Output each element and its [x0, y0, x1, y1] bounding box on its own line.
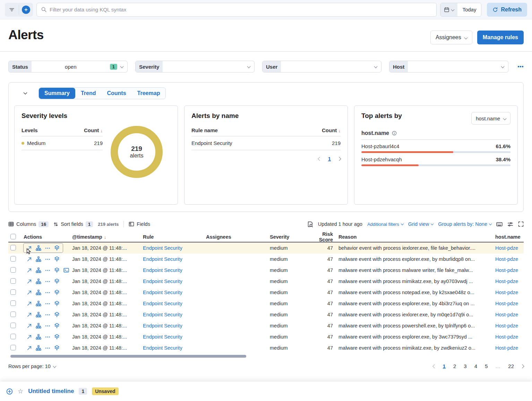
more-actions-icon[interactable] [45, 257, 50, 262]
tab-counts[interactable]: Counts [101, 88, 131, 99]
date-picker-button[interactable] [440, 3, 457, 16]
more-actions-icon[interactable] [45, 323, 50, 329]
table-row[interactable]: Jan 18, 2024 @ 11:48:... Endpoint Securi… [8, 298, 524, 309]
expand-alert-icon[interactable] [27, 257, 32, 262]
cell-rule-link[interactable]: Endpoint Security [143, 245, 206, 251]
analyzer-graph-icon[interactable] [36, 345, 41, 351]
today-button[interactable]: Today [457, 3, 481, 16]
row-checkbox[interactable] [10, 345, 16, 350]
cell-host-link[interactable]: Host-pdze [495, 323, 524, 329]
open-session-view-icon[interactable] [63, 267, 69, 273]
table-row[interactable]: Jan 18, 2024 @ 11:48:... Endpoint Securi… [8, 276, 524, 287]
timeline-title-link[interactable]: Untitled timeline [28, 388, 74, 395]
next-page-icon[interactable] [337, 157, 341, 161]
horizontal-scrollbar[interactable] [10, 355, 246, 358]
header-risk-score[interactable]: Risk Score [308, 231, 338, 242]
osquery-cube-icon[interactable] [54, 312, 60, 317]
tab-trend[interactable]: Trend [75, 88, 102, 99]
osquery-cube-icon[interactable] [54, 256, 60, 262]
expand-alert-icon[interactable] [27, 290, 32, 295]
sort-fields-button[interactable]: Sort fields 1 [53, 221, 93, 227]
expand-alert-icon[interactable] [27, 334, 32, 340]
kql-search-input[interactable] [50, 7, 432, 12]
user-filter[interactable]: User [262, 61, 381, 72]
prev-page-icon[interactable] [318, 157, 321, 161]
fields-button[interactable]: Fields [129, 221, 150, 227]
add-filter-button[interactable] [19, 3, 33, 17]
osquery-cube-icon[interactable] [54, 323, 60, 329]
cell-rule-link[interactable]: Endpoint Security [143, 256, 206, 262]
cell-rule-link[interactable]: Endpoint Security [143, 345, 206, 351]
analyzer-graph-icon[interactable] [36, 334, 41, 340]
cell-host-link[interactable]: Host-pdze [495, 245, 524, 251]
manage-rules-button[interactable]: Manage rules [477, 31, 524, 44]
analyzer-graph-icon[interactable] [36, 323, 41, 329]
expand-alert-icon[interactable] [27, 323, 32, 329]
fullscreen-button[interactable] [518, 221, 524, 227]
cell-host-link[interactable]: Host-pdze [495, 312, 524, 317]
osquery-cube-icon[interactable] [54, 290, 60, 295]
analyzer-graph-icon[interactable] [36, 301, 41, 306]
expand-alert-icon[interactable] [27, 312, 32, 317]
table-row[interactable]: Jan 18, 2024 @ 11:48:... Endpoint Securi… [8, 331, 524, 342]
table-row[interactable]: Jan 18, 2024 @ 11:48:... Endpoint Securi… [8, 265, 524, 276]
page-22-link[interactable]: 22 [508, 363, 514, 369]
cell-rule-link[interactable]: Endpoint Security [143, 334, 206, 340]
top-alerts-field-select[interactable]: host.name [471, 112, 510, 125]
severity-filter[interactable]: Severity [135, 61, 255, 72]
table-row[interactable]: Jan 18, 2024 @ 11:48:... Endpoint Securi… [8, 287, 524, 298]
assignees-button[interactable]: Assignees [430, 31, 472, 44]
header-assignees[interactable]: Assignees [206, 234, 270, 240]
table-row[interactable]: Jan 18, 2024 @ 11:48:... Endpoint Securi… [8, 342, 524, 353]
cell-host-link[interactable]: Host-pdze [495, 290, 524, 295]
more-actions-icon[interactable] [45, 312, 50, 317]
tab-summary[interactable]: Summary [39, 88, 75, 99]
row-checkbox[interactable] [10, 289, 16, 295]
table-row[interactable]: Jan 18, 2024 @ 11:48:... Endpoint Securi… [8, 254, 524, 265]
row-checkbox[interactable] [10, 245, 16, 250]
cell-rule-link[interactable]: Endpoint Security [143, 290, 206, 295]
display-options-button[interactable] [507, 221, 513, 227]
expand-alert-icon[interactable] [27, 301, 32, 306]
analyzer-graph-icon[interactable] [36, 267, 41, 273]
more-actions-icon[interactable] [45, 246, 50, 251]
cell-host-link[interactable]: Host-pdze [495, 301, 524, 306]
cell-host-link[interactable]: Host-pdze [495, 256, 524, 262]
analyzer-graph-icon[interactable] [36, 279, 41, 284]
status-filter[interactable]: Status open 1 [8, 61, 128, 72]
osquery-cube-icon[interactable] [54, 301, 60, 306]
row-checkbox[interactable] [10, 312, 16, 317]
header-severity[interactable]: Severity [270, 234, 308, 240]
cell-host-link[interactable]: Host-pdze [495, 279, 524, 284]
expand-alert-icon[interactable] [27, 279, 32, 284]
more-actions-icon[interactable] [45, 279, 50, 284]
filter-menu-button[interactable] [5, 3, 19, 17]
page-1-link[interactable]: 1 [443, 363, 446, 369]
header-host-name[interactable]: host.name [495, 234, 524, 240]
row-checkbox[interactable] [10, 256, 16, 262]
row-checkbox[interactable] [10, 267, 16, 273]
columns-button[interactable]: Columns 16 [8, 221, 49, 227]
rule-count-sort[interactable]: Count ↓ [322, 127, 341, 133]
analyzer-graph-icon[interactable] [36, 245, 41, 251]
row-checkbox[interactable] [10, 300, 16, 306]
rows-per-page-button[interactable]: Rows per page: 10 [8, 364, 56, 369]
cell-rule-link[interactable]: Endpoint Security [143, 267, 206, 273]
cell-rule-link[interactable]: Endpoint Security [143, 312, 206, 317]
next-page-icon[interactable] [520, 364, 524, 368]
table-row[interactable]: Jan 18, 2024 @ 11:48:... Endpoint Securi… [8, 320, 524, 331]
group-alerts-by-button[interactable]: Group alerts by: None [438, 221, 491, 227]
page-2-link[interactable]: 2 [453, 363, 456, 369]
add-timeline-icon[interactable] [6, 388, 13, 395]
expand-alert-icon[interactable] [27, 268, 32, 273]
more-filters-button[interactable] [517, 65, 524, 68]
cell-host-link[interactable]: Host-pdze [495, 267, 524, 273]
favorite-star-icon[interactable]: ☆ [18, 387, 23, 395]
prev-page-icon[interactable] [432, 364, 436, 368]
analyzer-graph-icon[interactable] [36, 312, 41, 317]
osquery-cube-icon[interactable] [54, 279, 60, 284]
table-row[interactable]: Jan 18, 2024 @ 11:48:... Endpoint Securi… [8, 242, 524, 254]
expand-alert-icon[interactable] [27, 345, 32, 351]
page-1-link[interactable]: 1 [328, 156, 331, 162]
more-actions-icon[interactable] [45, 290, 50, 295]
